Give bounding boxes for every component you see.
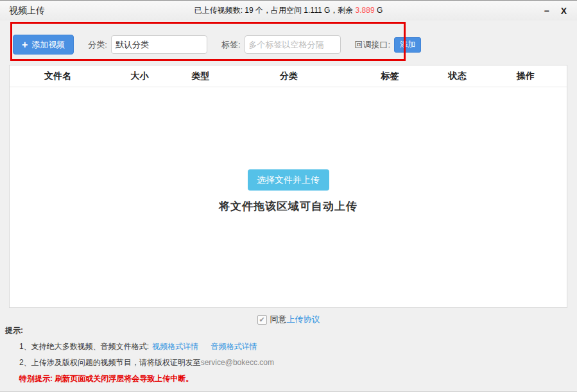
tip-line-formats: 1、支持绝大多数视频、音频文件格式: 视频格式详情 音频格式详情 — [19, 342, 274, 351]
plus-icon: + — [22, 40, 28, 50]
check-icon: ✔ — [259, 316, 264, 323]
drop-zone[interactable]: 选择文件并上传 将文件拖该区域可自动上传 — [10, 87, 567, 308]
special-tip-label: 特别提示: — [19, 374, 53, 383]
agree-checkbox[interactable]: ✔ — [257, 315, 267, 325]
tip1-text: 1、支持绝大多数视频、音频文件格式: — [19, 342, 149, 351]
special-tip: 特别提示: 刷新页面或关闭浮层将会导致上传中断。 — [19, 374, 274, 383]
tags-label: 标签: — [221, 39, 241, 51]
stats-remaining-value: 3.889 — [356, 6, 375, 15]
upload-agreement-link[interactable]: 上传协议 — [287, 314, 320, 325]
column-header-size: 大小 — [106, 71, 173, 82]
titlebar: 视频上传 已上传视频数: 19 个，占用空间 1.111 G，剩余 3.889 … — [0, 0, 577, 21]
file-table: 文件名 大小 类型 分类 标签 状态 操作 选择文件并上传 将文件拖该区域可自动… — [9, 65, 567, 308]
tip2-text: 2、上传涉及版权问题的视频节目，请将版权证明发至 — [19, 358, 201, 367]
column-header-category: 分类 — [228, 71, 350, 82]
close-icon[interactable]: X — [561, 1, 567, 21]
agree-label: 同意 — [270, 314, 287, 325]
callback-label: 回调接口: — [355, 39, 391, 51]
column-header-actions: 操作 — [485, 71, 567, 82]
video-format-details-link[interactable]: 视频格式详情 — [152, 342, 198, 351]
column-header-type: 类型 — [173, 71, 228, 82]
agreement-row: ✔ 同意上传协议 — [0, 314, 577, 325]
category-input[interactable] — [111, 35, 207, 54]
category-label: 分类: — [88, 39, 107, 51]
add-video-label: 添加视频 — [31, 39, 65, 51]
audio-format-details-link[interactable]: 音频格式详情 — [211, 342, 257, 351]
window-controls: − X — [544, 1, 577, 21]
stats-unit: G — [375, 6, 383, 15]
table-header-row: 文件名 大小 类型 分类 标签 状态 操作 — [10, 65, 567, 87]
toolbar: + 添加视频 分类: 标签: 回调接口: 添加 — [0, 21, 577, 65]
column-header-tags: 标签 — [350, 71, 430, 82]
tags-input[interactable] — [245, 35, 341, 54]
callback-add-button[interactable]: 添加 — [394, 37, 421, 53]
tips-section: 提示: 1、支持绝大多数视频、音频文件格式: 视频格式详情 音频格式详情 2、上… — [5, 326, 274, 383]
tip-line-copyright: 2、上传涉及版权问题的视频节目，请将版权证明发至service@bokecc.c… — [19, 358, 274, 367]
column-header-status: 状态 — [430, 71, 485, 82]
column-header-filename: 文件名 — [10, 71, 106, 82]
video-upload-window: { "titlebar": { "title": "视频上传", "stats"… — [0, 0, 577, 392]
stats-text: 已上传视频数: 19 个，占用空间 1.111 G，剩余 — [194, 6, 356, 15]
tips-heading: 提示: — [5, 326, 274, 335]
upload-stats: 已上传视频数: 19 个，占用空间 1.111 G，剩余 3.889 G — [0, 5, 577, 16]
drag-hint-text: 将文件拖该区域可自动上传 — [219, 199, 357, 214]
add-video-button[interactable]: + 添加视频 — [13, 35, 74, 55]
special-tip-text: 刷新页面或关闭浮层将会导致上传中断。 — [53, 374, 193, 383]
minimize-icon[interactable]: − — [544, 1, 549, 21]
select-file-upload-button[interactable]: 选择文件并上传 — [248, 169, 329, 191]
support-email: service@bokecc.com — [201, 358, 274, 367]
window-title: 视频上传 — [9, 5, 45, 17]
